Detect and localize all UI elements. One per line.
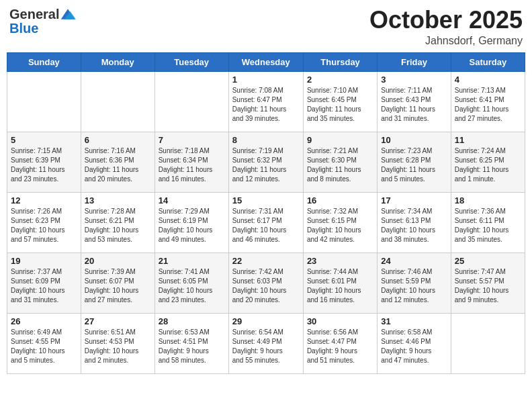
calendar-cell: 23Sunrise: 7:44 AM Sunset: 6:01 PM Dayli… (303, 253, 377, 313)
calendar-cell: 20Sunrise: 7:39 AM Sunset: 6:07 PM Dayli… (81, 253, 154, 313)
calendar-day-header: Friday (378, 52, 451, 71)
day-info: Sunrise: 6:54 AM Sunset: 4:49 PM Dayligh… (232, 328, 300, 365)
calendar-cell: 2Sunrise: 7:10 AM Sunset: 6:45 PM Daylig… (303, 71, 377, 132)
day-info: Sunrise: 7:32 AM Sunset: 6:15 PM Dayligh… (307, 207, 373, 244)
day-number: 16 (307, 195, 373, 205)
day-number: 8 (232, 135, 300, 145)
calendar-cell: 29Sunrise: 6:54 AM Sunset: 4:49 PM Dayli… (228, 313, 303, 373)
logo-icon (60, 7, 76, 21)
day-number: 30 (307, 316, 373, 326)
day-info: Sunrise: 7:42 AM Sunset: 6:03 PM Dayligh… (232, 267, 300, 305)
day-number: 28 (159, 316, 225, 326)
calendar-cell (451, 313, 525, 373)
day-number: 13 (85, 195, 151, 205)
day-info: Sunrise: 7:19 AM Sunset: 6:32 PM Dayligh… (232, 146, 300, 184)
day-info: Sunrise: 7:10 AM Sunset: 6:45 PM Dayligh… (307, 86, 373, 124)
day-number: 31 (381, 316, 447, 326)
day-info: Sunrise: 7:37 AM Sunset: 6:09 PM Dayligh… (11, 267, 77, 305)
day-number: 5 (11, 135, 77, 145)
day-number: 17 (381, 195, 447, 205)
day-number: 12 (11, 195, 77, 205)
calendar-cell: 11Sunrise: 7:24 AM Sunset: 6:25 PM Dayli… (451, 132, 525, 192)
day-number: 15 (232, 195, 300, 205)
day-number: 11 (455, 135, 521, 145)
calendar-day-header: Thursday (303, 52, 377, 71)
day-number: 22 (232, 256, 300, 266)
day-info: Sunrise: 7:24 AM Sunset: 6:25 PM Dayligh… (455, 146, 521, 184)
calendar-cell: 16Sunrise: 7:32 AM Sunset: 6:15 PM Dayli… (303, 192, 377, 253)
calendar-cell: 15Sunrise: 7:31 AM Sunset: 6:17 PM Dayli… (228, 192, 303, 253)
calendar-week-row: 19Sunrise: 7:37 AM Sunset: 6:09 PM Dayli… (7, 253, 525, 313)
calendar-cell: 31Sunrise: 6:58 AM Sunset: 4:46 PM Dayli… (378, 313, 451, 373)
calendar-cell (81, 71, 154, 132)
day-number: 29 (232, 316, 300, 326)
logo-blue: Blue (9, 21, 76, 35)
day-number: 25 (455, 256, 521, 266)
day-info: Sunrise: 6:58 AM Sunset: 4:46 PM Dayligh… (381, 328, 447, 365)
day-info: Sunrise: 7:08 AM Sunset: 6:47 PM Dayligh… (232, 86, 300, 124)
day-info: Sunrise: 7:13 AM Sunset: 6:41 PM Dayligh… (455, 86, 521, 124)
day-number: 9 (307, 135, 373, 145)
title-block: October 2025 Jahnsdorf, Germany (369, 7, 523, 47)
day-info: Sunrise: 7:46 AM Sunset: 5:59 PM Dayligh… (381, 267, 447, 305)
day-info: Sunrise: 7:47 AM Sunset: 5:57 PM Dayligh… (455, 267, 521, 305)
calendar-cell: 27Sunrise: 6:51 AM Sunset: 4:53 PM Dayli… (81, 313, 154, 373)
calendar-day-header: Saturday (451, 52, 525, 71)
calendar-cell: 3Sunrise: 7:11 AM Sunset: 6:43 PM Daylig… (378, 71, 451, 132)
day-info: Sunrise: 7:16 AM Sunset: 6:36 PM Dayligh… (85, 146, 151, 184)
day-info: Sunrise: 7:11 AM Sunset: 6:43 PM Dayligh… (381, 86, 447, 124)
day-number: 4 (455, 75, 521, 85)
calendar-cell: 5Sunrise: 7:15 AM Sunset: 6:39 PM Daylig… (7, 132, 81, 192)
day-info: Sunrise: 7:15 AM Sunset: 6:39 PM Dayligh… (11, 146, 77, 184)
day-info: Sunrise: 7:29 AM Sunset: 6:19 PM Dayligh… (159, 207, 225, 244)
calendar-week-row: 1Sunrise: 7:08 AM Sunset: 6:47 PM Daylig… (7, 71, 525, 132)
calendar-cell: 9Sunrise: 7:21 AM Sunset: 6:30 PM Daylig… (303, 132, 377, 192)
calendar-day-header: Wednesday (228, 52, 303, 71)
calendar-cell: 17Sunrise: 7:34 AM Sunset: 6:13 PM Dayli… (378, 192, 451, 253)
day-number: 10 (381, 135, 447, 145)
calendar-cell (7, 71, 81, 132)
calendar-cell: 1Sunrise: 7:08 AM Sunset: 6:47 PM Daylig… (228, 71, 303, 132)
day-info: Sunrise: 6:49 AM Sunset: 4:55 PM Dayligh… (11, 328, 77, 365)
calendar-cell: 18Sunrise: 7:36 AM Sunset: 6:11 PM Dayli… (451, 192, 525, 253)
calendar-cell: 4Sunrise: 7:13 AM Sunset: 6:41 PM Daylig… (451, 71, 525, 132)
calendar-cell: 22Sunrise: 7:42 AM Sunset: 6:03 PM Dayli… (228, 253, 303, 313)
calendar-table: SundayMondayTuesdayWednesdayThursdayFrid… (7, 52, 525, 374)
day-number: 26 (11, 316, 77, 326)
day-info: Sunrise: 7:34 AM Sunset: 6:13 PM Dayligh… (381, 207, 447, 244)
calendar-cell: 6Sunrise: 7:16 AM Sunset: 6:36 PM Daylig… (81, 132, 154, 192)
logo: General Blue (9, 7, 76, 35)
calendar-cell: 7Sunrise: 7:18 AM Sunset: 6:34 PM Daylig… (154, 132, 228, 192)
calendar-cell: 28Sunrise: 6:53 AM Sunset: 4:51 PM Dayli… (154, 313, 228, 373)
calendar-cell: 12Sunrise: 7:26 AM Sunset: 6:23 PM Dayli… (7, 192, 81, 253)
day-number: 18 (455, 195, 521, 205)
logo-general: General (9, 7, 59, 21)
day-info: Sunrise: 7:31 AM Sunset: 6:17 PM Dayligh… (232, 207, 300, 244)
day-info: Sunrise: 7:18 AM Sunset: 6:34 PM Dayligh… (159, 146, 225, 184)
day-info: Sunrise: 6:53 AM Sunset: 4:51 PM Dayligh… (159, 328, 225, 365)
day-info: Sunrise: 7:41 AM Sunset: 6:05 PM Dayligh… (159, 267, 225, 305)
day-number: 20 (85, 256, 151, 266)
day-info: Sunrise: 6:51 AM Sunset: 4:53 PM Dayligh… (85, 328, 151, 365)
day-info: Sunrise: 7:44 AM Sunset: 6:01 PM Dayligh… (307, 267, 373, 305)
day-info: Sunrise: 7:23 AM Sunset: 6:28 PM Dayligh… (381, 146, 447, 184)
calendar-cell (154, 71, 228, 132)
calendar-week-row: 26Sunrise: 6:49 AM Sunset: 4:55 PM Dayli… (7, 313, 525, 373)
day-number: 19 (11, 256, 77, 266)
calendar-cell: 14Sunrise: 7:29 AM Sunset: 6:19 PM Dayli… (154, 192, 228, 253)
calendar-day-header: Tuesday (154, 52, 228, 71)
day-number: 3 (381, 75, 447, 85)
day-number: 27 (85, 316, 151, 326)
calendar-cell: 21Sunrise: 7:41 AM Sunset: 6:05 PM Dayli… (154, 253, 228, 313)
calendar-header-row: SundayMondayTuesdayWednesdayThursdayFrid… (7, 52, 525, 71)
day-number: 6 (85, 135, 151, 145)
calendar-cell: 8Sunrise: 7:19 AM Sunset: 6:32 PM Daylig… (228, 132, 303, 192)
calendar-cell: 30Sunrise: 6:56 AM Sunset: 4:47 PM Dayli… (303, 313, 377, 373)
day-info: Sunrise: 7:21 AM Sunset: 6:30 PM Dayligh… (307, 146, 373, 184)
calendar-day-header: Monday (81, 52, 154, 71)
calendar-cell: 25Sunrise: 7:47 AM Sunset: 5:57 PM Dayli… (451, 253, 525, 313)
location-title: Jahnsdorf, Germany (369, 35, 523, 47)
calendar-day-header: Sunday (7, 52, 81, 71)
calendar-week-row: 12Sunrise: 7:26 AM Sunset: 6:23 PM Dayli… (7, 192, 525, 253)
calendar-cell: 10Sunrise: 7:23 AM Sunset: 6:28 PM Dayli… (378, 132, 451, 192)
